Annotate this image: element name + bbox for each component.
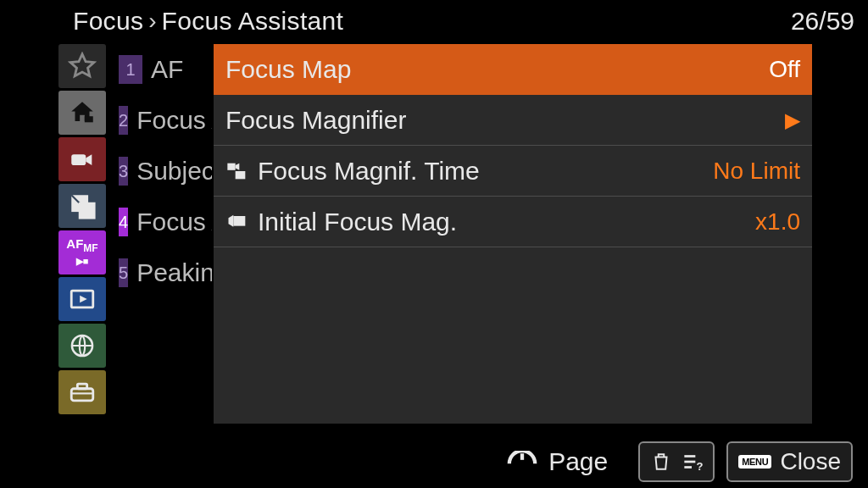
setting-value: Off	[769, 56, 800, 83]
setting-label: Initial Focus Mag.	[258, 208, 457, 236]
play-icon	[68, 285, 97, 313]
setting-label: Focus Map	[225, 55, 351, 84]
subsection-list: 1AF 2Focus Area 3Subject Recog. 4Focus A…	[110, 44, 214, 298]
svg-rect-11	[233, 216, 245, 226]
tab-shooting[interactable]	[58, 137, 106, 181]
footer-bar: Page ? MENU Close	[0, 435, 868, 488]
svg-rect-12	[520, 453, 524, 460]
subsection-1[interactable]: 1AF	[110, 44, 214, 95]
svg-text:?: ?	[697, 460, 704, 473]
help-list-icon: ?	[681, 451, 703, 473]
close-button[interactable]: MENU Close	[726, 441, 853, 482]
subsection-label: AF	[151, 55, 183, 84]
svg-rect-10	[236, 171, 246, 179]
setting-value: No Limit	[713, 158, 800, 185]
svg-rect-7	[77, 384, 86, 389]
trash-icon	[650, 451, 672, 473]
setting-focus-magnif-time[interactable]: Focus Magnif. Time No Limit	[214, 146, 812, 197]
tab-focus[interactable]: AFMF▶■	[58, 230, 106, 274]
svg-rect-6	[71, 389, 93, 401]
camcorder-icon	[68, 145, 97, 174]
tab-network[interactable]	[58, 324, 106, 368]
tab-setup[interactable]	[58, 370, 106, 414]
subsection-2[interactable]: 2Focus Area	[110, 95, 214, 146]
subsection-label: Focus Area	[136, 106, 214, 135]
setting-label: Focus Magnifier	[225, 106, 406, 135]
subsection-3[interactable]: 3Subject Recog.	[110, 146, 214, 197]
movie-icon	[225, 210, 249, 234]
afmf-icon: AFMF▶■	[66, 238, 97, 267]
page-label: Page	[548, 447, 608, 476]
help-button[interactable]: ?	[638, 441, 715, 482]
exposure-icon	[68, 191, 97, 220]
breadcrumb: Focus › Focus Assistant	[0, 0, 868, 42]
category-rail: AFMF▶■	[58, 44, 106, 414]
page-control[interactable]: Page	[503, 447, 608, 476]
tab-main[interactable]	[58, 91, 106, 135]
movie-still-icon	[225, 159, 249, 183]
setting-label: Focus Magnif. Time	[258, 157, 480, 186]
menu-badge: MENU	[738, 455, 771, 469]
toolbox-icon	[68, 378, 97, 407]
setting-focus-map[interactable]: Focus Map Off	[214, 44, 812, 95]
svg-rect-1	[71, 154, 86, 165]
svg-rect-3	[79, 202, 96, 219]
panel-filler	[214, 247, 812, 424]
tab-favorites[interactable]	[58, 44, 106, 88]
setting-initial-focus-mag[interactable]: Initial Focus Mag. x1.0	[214, 197, 812, 247]
breadcrumb-separator: ›	[143, 8, 161, 35]
star-icon	[68, 52, 97, 80]
breadcrumb-root: Focus	[73, 7, 143, 36]
subsection-label: Subject Recog.	[136, 157, 214, 186]
tab-exposure[interactable]	[58, 184, 106, 228]
svg-rect-0	[85, 116, 93, 122]
dial-icon	[503, 451, 542, 473]
chevron-right-icon: ▶	[785, 108, 800, 132]
camera-menu-screen: Focus › Focus Assistant 26/59 AFMF▶■	[0, 0, 868, 488]
svg-rect-9	[227, 163, 235, 169]
breadcrumb-sub: Focus Assistant	[162, 7, 344, 36]
close-label: Close	[780, 448, 841, 475]
subsection-4[interactable]: 4Focus Assistant	[110, 197, 214, 247]
subsection-label: Focus Assistant	[136, 208, 214, 236]
setting-focus-magnifier[interactable]: Focus Magnifier ▶	[214, 95, 812, 146]
tab-playback[interactable]	[58, 277, 106, 321]
subsection-5[interactable]: 5Peaking	[110, 247, 214, 298]
setting-value: x1.0	[755, 208, 800, 236]
home-icon	[68, 98, 97, 127]
subsection-label: Peaking	[136, 258, 214, 287]
page-counter: 26/59	[791, 7, 854, 36]
globe-icon	[68, 331, 97, 360]
settings-panel: Focus Map Off Focus Magnifier ▶ Focus Ma…	[214, 44, 812, 424]
